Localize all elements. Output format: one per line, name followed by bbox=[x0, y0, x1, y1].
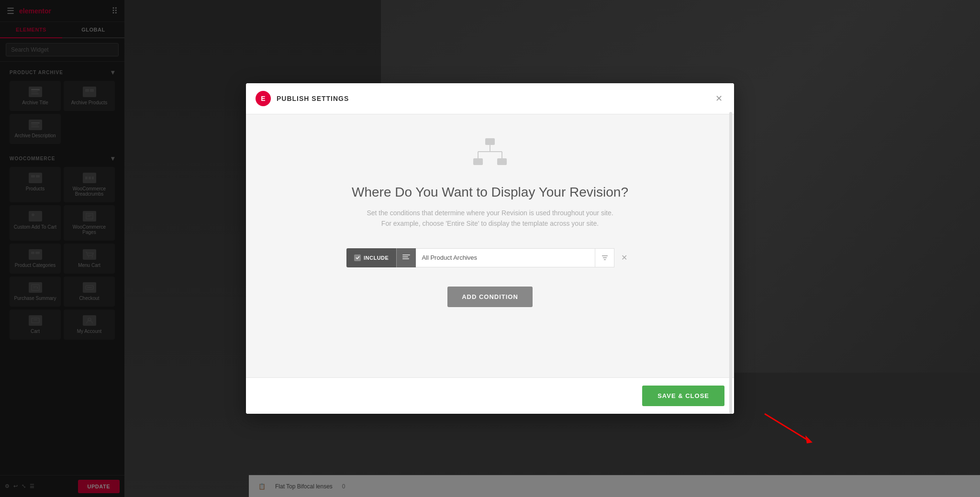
modal-main-title: Where Do You Want to Display Your Revisi… bbox=[352, 185, 628, 200]
include-check-icon bbox=[354, 254, 361, 261]
condition-value-input[interactable] bbox=[416, 248, 595, 267]
svg-rect-44 bbox=[402, 258, 409, 259]
modal-scrollbar[interactable] bbox=[729, 112, 732, 414]
svg-rect-47 bbox=[604, 259, 606, 260]
svg-rect-40 bbox=[473, 158, 483, 165]
svg-line-48 bbox=[765, 414, 808, 440]
modal-logo: E bbox=[256, 91, 271, 106]
modal-title: PUBLISH SETTINGS bbox=[277, 95, 349, 102]
svg-rect-43 bbox=[402, 256, 408, 257]
condition-row: INCLUDE ✕ bbox=[346, 248, 634, 267]
svg-rect-41 bbox=[497, 158, 507, 165]
save-close-button[interactable]: SAVE & CLOSE bbox=[642, 386, 724, 406]
modal-hierarchy-icon bbox=[471, 138, 509, 171]
publish-settings-modal: E PUBLISH SETTINGS ✕ bbox=[246, 83, 734, 414]
modal-close-button[interactable]: ✕ bbox=[713, 92, 724, 105]
modal-subtitle: Set the conditions that determine where … bbox=[367, 208, 613, 229]
modal-header: E PUBLISH SETTINGS ✕ bbox=[246, 83, 734, 114]
svg-rect-46 bbox=[603, 257, 607, 258]
modal-body: Where Do You Want to Display Your Revisi… bbox=[246, 114, 734, 377]
condition-delete-button[interactable]: ✕ bbox=[614, 248, 634, 267]
modal-overlay: E PUBLISH SETTINGS ✕ bbox=[0, 0, 980, 497]
add-condition-button[interactable]: ADD CONDITION bbox=[447, 287, 533, 307]
condition-type-button[interactable] bbox=[397, 248, 416, 267]
svg-rect-45 bbox=[602, 255, 608, 256]
condition-filter-button[interactable] bbox=[595, 248, 614, 267]
arrow-annotation bbox=[760, 409, 817, 449]
svg-rect-35 bbox=[485, 138, 495, 145]
include-button[interactable]: INCLUDE bbox=[346, 248, 396, 267]
modal-footer: SAVE & CLOSE bbox=[246, 377, 734, 414]
svg-marker-49 bbox=[805, 435, 813, 443]
svg-rect-42 bbox=[402, 254, 410, 255]
